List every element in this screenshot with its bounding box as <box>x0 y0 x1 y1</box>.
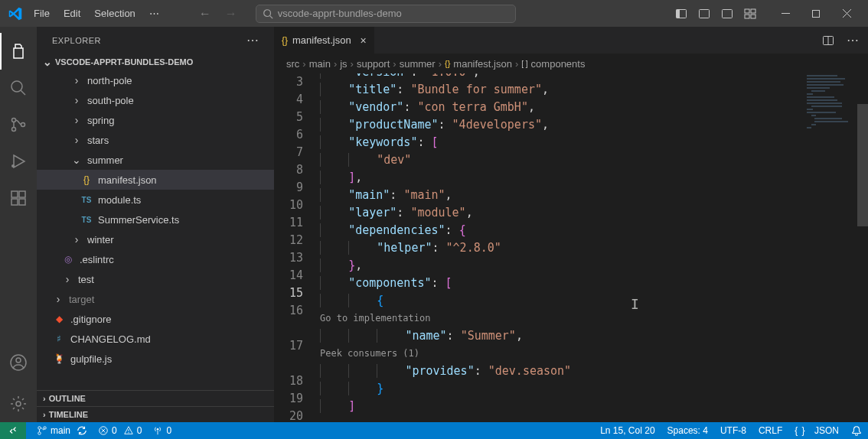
toggle-panel-icon[interactable] <box>698 8 710 20</box>
code-line: { <box>320 292 868 310</box>
nav-back-icon[interactable]: ← <box>199 7 211 21</box>
line-number: 17 <box>274 337 303 355</box>
code-line: "keywords": [ <box>320 134 868 151</box>
search-icon <box>263 8 273 19</box>
extensions-icon[interactable] <box>0 180 37 216</box>
svg-rect-34 <box>807 84 844 86</box>
tab-manifest-json[interactable]: {} manifest.json × <box>274 27 375 54</box>
file-CHANGELOG.md[interactable]: ♯CHANGELOG.md <box>37 329 274 349</box>
editor-tabs: {} manifest.json × ⋯ <box>274 27 868 54</box>
source-control-icon[interactable] <box>0 106 37 143</box>
menu-overflow[interactable]: ⋯ <box>143 5 165 22</box>
split-editor-icon[interactable] <box>822 34 834 47</box>
svg-rect-41 <box>811 106 842 107</box>
chevron-down-icon: ⌄ <box>43 56 52 68</box>
indentation[interactable]: Spaces: 4 <box>667 425 708 436</box>
folder-winter[interactable]: ›winter <box>37 229 274 249</box>
encoding[interactable]: UTF-8 <box>720 425 746 436</box>
line-number: 6 <box>274 126 303 144</box>
svg-rect-23 <box>11 199 18 205</box>
chevron-right-icon: › <box>70 114 83 126</box>
svg-rect-42 <box>807 109 813 110</box>
folder-summer[interactable]: ⌄summer <box>37 150 274 170</box>
folder-test[interactable]: ›test <box>37 269 274 289</box>
code-line: }, <box>320 257 868 275</box>
minimize-button[interactable] <box>770 0 801 27</box>
remote-indicator[interactable] <box>0 422 26 439</box>
codelens-link[interactable]: Peek consumers (1) <box>320 345 868 363</box>
svg-rect-40 <box>807 102 842 104</box>
customize-layout-icon[interactable] <box>744 8 756 20</box>
file-.eslintrc[interactable]: ◎.eslintrc <box>37 249 274 269</box>
outline-panel[interactable]: › OUTLINE <box>37 390 274 406</box>
line-number <box>274 355 303 372</box>
menu-edit[interactable]: Edit <box>57 5 86 22</box>
codelens-link[interactable]: Go to implementation <box>320 310 868 327</box>
menu-selection[interactable]: Selection <box>88 5 141 22</box>
sync-icon[interactable] <box>77 425 87 436</box>
svg-point-56 <box>128 432 129 433</box>
svg-rect-46 <box>814 121 848 122</box>
tree-item-label: gulpfile.js <box>70 353 112 365</box>
gulp-file-icon: 🍹 <box>52 353 66 364</box>
close-tab-icon[interactable]: × <box>361 34 367 47</box>
code-content[interactable]: "version": "1.0.0", "title": "Bundle for… <box>320 73 868 422</box>
scrollbar-thumb[interactable] <box>857 104 868 226</box>
run-debug-icon[interactable] <box>0 143 37 180</box>
project-root[interactable]: ⌄ VSCODE-APPRT-BUNDLES-DEMO <box>37 54 274 70</box>
toggle-secondary-sidebar-icon[interactable] <box>721 8 733 20</box>
breadcrumbs[interactable]: src› main› js› support› summer› {} manif… <box>274 54 868 73</box>
timeline-panel[interactable]: › TIMELINE <box>37 406 274 422</box>
svg-point-18 <box>12 119 16 122</box>
line-gutter: 34567891011121314151617181920 <box>274 73 320 422</box>
minimap[interactable] <box>802 73 857 422</box>
problems[interactable]: 0 0 <box>98 425 142 436</box>
explorer-icon[interactable] <box>0 33 37 70</box>
language-mode[interactable]: { } JSON <box>795 425 839 436</box>
nav-forward-icon[interactable]: → <box>225 7 237 21</box>
explorer-sidebar: EXPLORER ⋯ ⌄ VSCODE-APPRT-BUNDLES-DEMO ›… <box>37 27 274 422</box>
folder-stars[interactable]: ›stars <box>37 130 274 150</box>
close-button[interactable] <box>831 0 862 27</box>
command-center[interactable]: vscode-apprt-bundles-demo <box>256 5 516 23</box>
menu-file[interactable]: File <box>28 5 56 22</box>
toggle-primary-sidebar-icon[interactable] <box>675 8 687 20</box>
accounts-icon[interactable] <box>0 344 37 381</box>
chevron-right-icon: › <box>70 74 83 86</box>
file-SummerService.ts[interactable]: TSSummerService.ts <box>37 210 274 229</box>
code-line: "components": [ <box>320 275 868 292</box>
file-module.ts[interactable]: TSmodule.ts <box>37 190 274 210</box>
line-number: 5 <box>274 109 303 126</box>
eol[interactable]: CRLF <box>759 425 782 436</box>
search-icon[interactable] <box>0 70 37 106</box>
window-controls <box>770 0 862 27</box>
svg-rect-25 <box>19 191 25 197</box>
chevron-right-icon: › <box>43 394 46 403</box>
settings-gear-icon[interactable] <box>0 385 37 422</box>
tree-item-label: spring <box>87 115 114 126</box>
code-line: ], <box>320 169 868 187</box>
notifications-icon[interactable] <box>851 425 862 436</box>
sidebar-actions-icon[interactable]: ⋯ <box>246 33 259 47</box>
code-editor[interactable]: 34567891011121314151617181920 "version":… <box>274 73 868 422</box>
ports[interactable]: 0 <box>152 425 171 436</box>
vertical-scrollbar[interactable] <box>857 73 868 422</box>
svg-rect-11 <box>751 15 755 18</box>
editor-more-icon[interactable]: ⋯ <box>847 33 859 47</box>
folder-target[interactable]: ›target <box>37 289 274 309</box>
code-line: "vendor": "con terra GmbH", <box>320 99 868 116</box>
git-branch[interactable]: main <box>37 425 87 436</box>
cursor-position[interactable]: Ln 15, Col 20 <box>600 425 654 436</box>
file-manifest.json[interactable]: {}manifest.json <box>37 170 274 190</box>
folder-spring[interactable]: ›spring <box>37 110 274 130</box>
file-.gitignore[interactable]: ◆.gitignore <box>37 309 274 329</box>
svg-rect-24 <box>19 199 25 205</box>
maximize-button[interactable] <box>801 0 831 27</box>
tree-item-label: summer <box>87 154 123 166</box>
folder-north-pole[interactable]: ›north-pole <box>37 70 274 90</box>
code-line: ] <box>320 398 868 415</box>
file-gulpfile.js[interactable]: 🍹gulpfile.js <box>37 349 274 369</box>
svg-point-57 <box>157 428 159 431</box>
line-number: 20 <box>274 408 303 422</box>
folder-south-pole[interactable]: ›south-pole <box>37 90 274 110</box>
